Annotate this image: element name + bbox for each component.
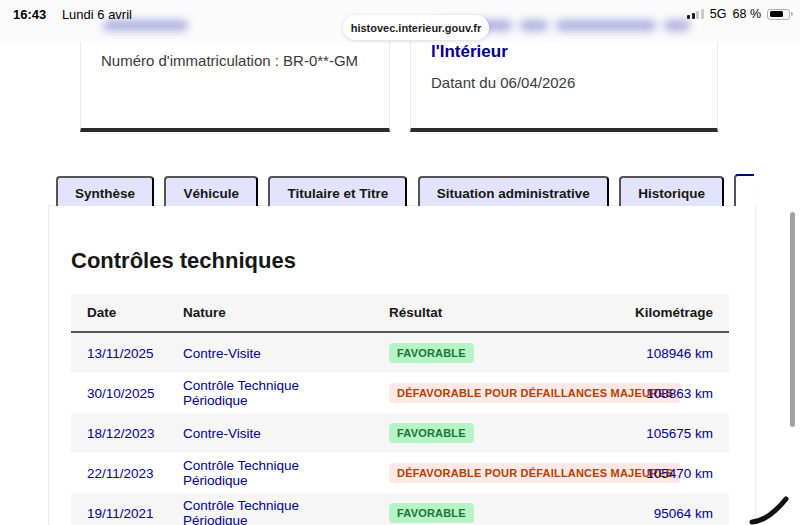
vehicle-card: Numéro d'immatriculation : BR-0**-GM [80, 30, 390, 132]
blurred-text [556, 20, 656, 31]
cell-date: 18/12/2023 [71, 426, 167, 441]
cell-date: 22/11/2023 [71, 466, 167, 481]
status-bar-right: 5G 68 % [687, 7, 790, 21]
cell-kilometrage: 108946 km [615, 346, 729, 361]
date-label: Lundi 6 avril [62, 7, 132, 22]
battery-percent-label: 68 % [733, 7, 762, 21]
tab[interactable]: Véhicule [164, 176, 258, 206]
address-bar[interactable]: histovec.interieur.gouv.fr [343, 15, 489, 40]
pen-stroke-annotation [748, 491, 798, 525]
cell-nature: Contre-Visite [167, 426, 373, 441]
clock: 16:43 [13, 7, 46, 22]
safari-window: Numéro d'immatriculation : BR-0**-GM l'I… [0, 0, 800, 525]
table-row: 18/12/2023 Contre-Visite FAVORABLE 10567… [71, 413, 729, 453]
cell-resultat: FAVORABLE [373, 423, 615, 443]
cell-resultat: DÉFAVORABLE POUR DÉFAILLANCES MAJEURES [373, 463, 615, 483]
cell-kilometrage: 105675 km [615, 426, 729, 441]
cell-nature: Contre-Visite [167, 346, 373, 361]
result-badge: FAVORABLE [389, 423, 474, 443]
col-header-kilometrage: Kilométrage [615, 294, 729, 331]
network-type-label: 5G [710, 7, 727, 21]
scrollbar[interactable] [790, 212, 795, 427]
browser-toolbar: 16:43 Lundi 6 avril histovec.interieur.g… [0, 0, 800, 42]
table-row: 30/10/2025 Contrôle Technique Périodique… [71, 373, 729, 413]
col-header-date: Date [71, 294, 167, 331]
tab[interactable]: Contrôles techniques [734, 174, 754, 206]
tab-bar: Synthèse Véhicule Titulaire et Titre Sit… [56, 174, 754, 206]
cell-kilometrage: 108863 km [615, 386, 729, 401]
cell-nature: Contrôle Technique Périodique [167, 458, 373, 488]
registration-number: Numéro d'immatriculation : BR-0**-GM [101, 52, 358, 69]
cell-date: 19/11/2021 [71, 506, 167, 521]
cell-kilometrage: 105470 km [615, 466, 729, 481]
inspections-table: Date Nature Résultat Kilométrage 13/11/2… [71, 294, 729, 525]
cell-resultat: FAVORABLE [373, 343, 615, 363]
cell-kilometrage: 95064 km [615, 506, 729, 521]
ministry-card: l'Intérieur Datant du 06/04/2026 [410, 30, 718, 132]
cell-date: 13/11/2025 [71, 346, 167, 361]
tab-panel: Contrôles techniques Date Nature Résulta… [48, 205, 756, 525]
table-header-row: Date Nature Résultat Kilométrage [71, 294, 729, 333]
cell-resultat: DÉFAVORABLE POUR DÉFAILLANCES MAJEURES [373, 383, 615, 403]
section-title: Contrôles techniques [71, 248, 755, 274]
table-row: 13/11/2025 Contre-Visite FAVORABLE 10894… [71, 333, 729, 373]
table-row: 22/11/2023 Contrôle Technique Périodique… [71, 453, 729, 493]
col-header-resultat: Résultat [373, 294, 615, 331]
col-header-nature: Nature [167, 294, 373, 331]
result-badge: FAVORABLE [389, 503, 474, 523]
cell-date: 30/10/2025 [71, 386, 167, 401]
url-text: histovec.interieur.gouv.fr [351, 22, 482, 34]
tab[interactable]: Situation administrative [418, 176, 609, 206]
battery-icon [767, 9, 790, 20]
report-date: Datant du 06/04/2026 [431, 74, 575, 91]
tab[interactable]: Synthèse [56, 176, 154, 206]
blurred-text [664, 20, 690, 31]
table-row: 19/11/2021 Contrôle Technique Périodique… [71, 493, 729, 525]
cellular-signal-icon [687, 9, 704, 19]
cell-resultat: FAVORABLE [373, 503, 615, 523]
blurred-text [520, 20, 548, 31]
table-body: 13/11/2025 Contre-Visite FAVORABLE 10894… [71, 333, 729, 525]
cell-nature: Contrôle Technique Périodique [167, 378, 373, 408]
ministry-card-title: l'Intérieur [431, 42, 508, 62]
cell-nature: Contrôle Technique Périodique [167, 498, 373, 525]
tab[interactable]: Titulaire et Titre [268, 176, 407, 206]
status-bar-left: 16:43 Lundi 6 avril [13, 7, 132, 22]
result-badge: FAVORABLE [389, 343, 474, 363]
tab[interactable]: Historique [619, 176, 724, 206]
